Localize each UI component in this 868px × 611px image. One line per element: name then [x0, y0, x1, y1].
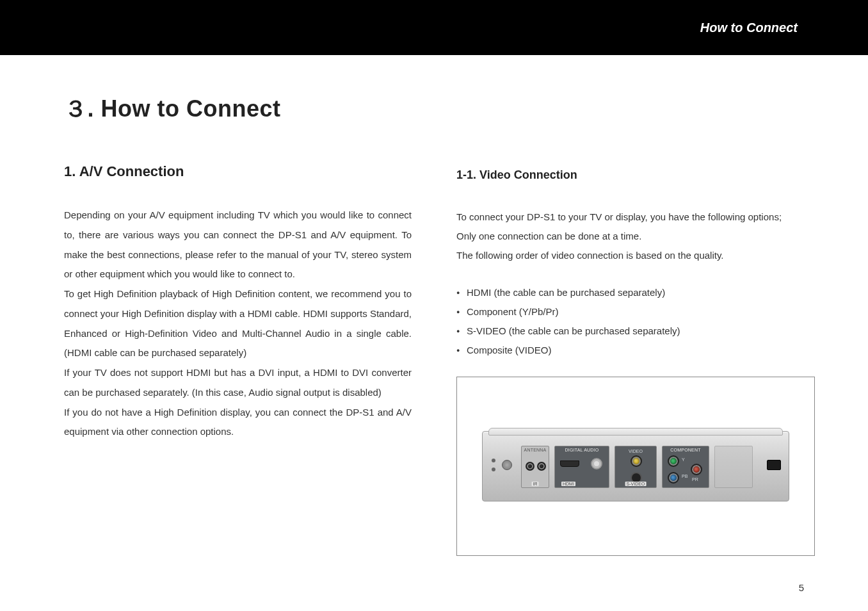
- panel-label: ANTENNA: [524, 448, 547, 452]
- chapter-title: ３. How to Connect: [64, 94, 804, 125]
- left-column: 1. A/V Connection Depending on your A/V …: [64, 163, 412, 556]
- fan-icon: [502, 460, 512, 470]
- paragraph: To get High Definition playback of High …: [64, 284, 412, 363]
- paragraph: To connect your DP-S1 to your TV or disp…: [456, 208, 804, 227]
- paragraph: The following order of video connection …: [456, 246, 804, 265]
- panel-label: COMPONENT: [670, 448, 700, 452]
- panel-video: VIDEO S-VIDEO: [615, 446, 657, 488]
- hdmi-port: [560, 460, 579, 467]
- ir-jack: [537, 462, 546, 471]
- panel-ir: ANTENNA IR: [521, 446, 549, 488]
- paragraph: Only one connection can be done at a tim…: [456, 227, 804, 246]
- paragraph: If your TV does not support HDMI but has…: [64, 363, 412, 403]
- panel-foot-label: HDMI: [561, 482, 575, 486]
- ir-jack: [526, 462, 534, 471]
- panel-component: COMPONENT Y PB PR: [662, 446, 709, 488]
- component-pb-jack: [668, 472, 679, 484]
- page-header: How to Connect: [0, 0, 868, 55]
- two-column-layout: 1. A/V Connection Depending on your A/V …: [64, 163, 804, 556]
- paragraph: If you do not have a High Definition dis…: [64, 403, 412, 443]
- jack-label: PR: [692, 477, 698, 482]
- device-rear-panel: ANTENNA IR DIGITAL AUDIO HDMI VI: [482, 431, 789, 501]
- composite-video-jack: [631, 455, 642, 467]
- panel-digital-audio: DIGITAL AUDIO HDMI: [554, 446, 609, 488]
- page-number: 5: [799, 582, 804, 593]
- device-top-edge: [488, 428, 783, 436]
- coax-port: [591, 458, 602, 469]
- panel-label: VIDEO: [629, 449, 643, 453]
- list-item: Composite (VIDEO): [456, 341, 804, 360]
- component-y-jack: [668, 455, 679, 467]
- paragraph: Depending on your A/V equipment includin…: [64, 206, 412, 284]
- vent-hole: [492, 459, 495, 462]
- section-heading-av-connection: 1. A/V Connection: [64, 163, 412, 180]
- section-heading-video-connection: 1-1. Video Connection: [456, 168, 804, 182]
- right-column: 1-1. Video Connection To connect your DP…: [456, 163, 804, 556]
- panel-foot-label: IR: [532, 482, 539, 486]
- vent-hole: [492, 468, 495, 471]
- list-item: Component (Y/Pb/Pr): [456, 302, 804, 322]
- component-pr-jack: [691, 464, 702, 475]
- panel-foot-label: S-VIDEO: [625, 482, 647, 486]
- video-options-list: HDMI (the cable can be purchased separat…: [456, 283, 804, 360]
- panel-label: DIGITAL AUDIO: [565, 448, 599, 452]
- list-item: HDMI (the cable can be purchased separat…: [456, 283, 804, 302]
- jack-label: PB: [682, 474, 687, 478]
- rear-panel-figure: ANTENNA IR DIGITAL AUDIO HDMI VI: [456, 377, 815, 556]
- jack-label: Y: [682, 457, 685, 462]
- panel-faded: [714, 446, 753, 488]
- power-inlet: [767, 460, 781, 470]
- header-title: How to Connect: [700, 20, 798, 35]
- page-body: ３. How to Connect 1. A/V Connection Depe…: [0, 55, 868, 556]
- list-item: S-VIDEO (the cable can be purchased sepa…: [456, 322, 804, 341]
